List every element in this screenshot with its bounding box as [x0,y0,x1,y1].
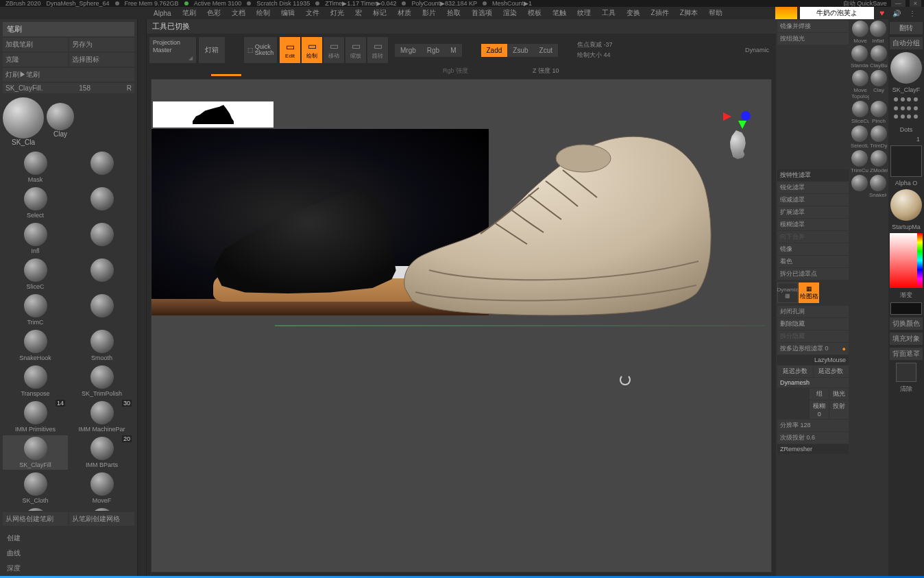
quick-brush[interactable]: Move [852,21,868,44]
brush-item[interactable]: IMM MachinePar30 [69,400,134,434]
menu-item[interactable]: 帮助 [706,7,725,19]
zremesher-header[interactable]: ZRemesher [777,444,849,454]
menu-item[interactable]: 笔刷 [180,7,199,19]
menu-item[interactable]: Alpha [151,8,174,19]
quick-brush[interactable]: Pinch [871,101,887,124]
menu-item[interactable]: 变换 [624,7,643,19]
menu-item[interactable]: 纹理 [574,7,594,19]
brush-item[interactable]: IMM BParts20 [69,435,134,470]
brush-item[interactable]: Mask [3,150,68,184]
material-preview[interactable] [890,189,922,221]
brush-item[interactable] [69,186,134,220]
load-brush-button[interactable]: 加载笔刷 [3,38,68,51]
menu-item[interactable]: 灯光 [328,7,347,19]
mirror-weld[interactable]: 镜像并焊接 [777,21,849,32]
clay-brush-icon[interactable] [47,103,74,130]
brush-item[interactable]: IMM Primitives14 [3,400,68,434]
camera-head-icon[interactable] [723,130,752,159]
brush-path[interactable]: 灯刷▶笔刷 [3,68,134,82]
quick-brush[interactable]: Move Topological [851,70,869,99]
dynamic-compare-button[interactable]: Dynamic▦Dynamic 比对 [777,282,798,303]
menu-item[interactable]: 影片 [420,7,439,19]
dynamesh-header[interactable]: Dynamesh [777,378,849,387]
polish-group[interactable]: 按组抛光 [777,33,849,45]
quick-brush[interactable]: ZModeler [870,150,888,173]
brush-item[interactable]: SnakeHook [3,328,68,363]
quick-brush[interactable]: ClayBuildup [870,45,888,69]
menu-item[interactable]: 文档 [229,7,248,19]
mode-路转-button[interactable]: ▭路转 [367,37,388,63]
subproject-slider[interactable]: 次级投射 0.6 [777,432,849,444]
menu-item[interactable]: Z脚本 [677,7,701,19]
draw-grid-button[interactable]: ▦绘图格 [799,282,819,303]
brush-item[interactable]: Select [3,186,68,220]
mode-edit-button[interactable]: ▭Edit [280,37,300,63]
select-icon-button[interactable]: 选择图标 [69,53,134,67]
menu-item[interactable]: 笔触 [550,7,569,19]
quick-brush[interactable]: Standard [851,45,868,69]
create-section[interactable]: 创建 [3,531,134,545]
mode-绘制-button[interactable]: ▭绘制 [302,37,322,63]
quick-brush[interactable]: Clay [871,70,887,99]
quick-brush[interactable]: Inflat [870,21,886,44]
brush-item[interactable]: Smooth [69,328,134,363]
brush-item[interactable]: DamStandard [69,507,134,511]
projection-master-button[interactable]: ProjectionMaster◢ [149,37,196,63]
m-button[interactable]: M [445,44,461,57]
stroke-dots-icon[interactable] [892,96,920,123]
menu-item[interactable]: 拾取 [444,7,463,19]
brush-item[interactable]: CurveTube [3,507,68,511]
quick-brush[interactable] [851,175,868,198]
viewport[interactable] [151,79,772,573]
divider[interactable] [137,19,147,578]
quick-brush[interactable]: TrimCurv [851,150,868,173]
menu-item[interactable]: 绘制 [254,7,273,19]
brush-item[interactable]: Infl [3,221,68,256]
menu-item[interactable]: 工具 [599,7,618,19]
clone-brush-button[interactable]: 克隆 [3,53,68,67]
polygroup-mask[interactable]: 按多边形组滤罩 0● [777,343,849,354]
close-button[interactable]: × [910,0,921,7]
brush-item[interactable] [69,293,134,327]
quicksketch-button[interactable]: ⬚QuickSketch [244,37,277,63]
draw-size-label[interactable]: 绘制大小 44 [577,51,613,60]
menu-item[interactable]: 渲染 [500,7,520,19]
alpha-slot[interactable] [890,145,922,177]
from-mesh-button[interactable]: 从网格创建笔刷 [3,512,68,526]
rgb-button[interactable]: Rgb [422,44,445,57]
quick-brush[interactable]: SliceCurve [851,101,869,124]
brush-item[interactable]: SliceC [3,257,68,291]
reference-image[interactable] [151,129,489,315]
texture-slot[interactable] [896,363,916,382]
sound-icon[interactable]: 🔊 [890,8,903,19]
brush-item[interactable] [69,221,134,256]
quick-brush[interactable]: TrimDynamic [870,125,888,149]
minimize-button[interactable]: — [891,0,905,7]
quick-brush[interactable]: SelectLa [851,125,868,149]
curve-section[interactable]: 曲线 [3,546,134,560]
quick-brush[interactable]: SnakeHook [869,175,887,198]
menu-item[interactable]: 编辑 [278,7,297,19]
brush-item[interactable]: TrimC [3,293,68,327]
mrgb-button[interactable]: Mrgb [395,44,422,57]
zadd-button[interactable]: Zadd [481,44,508,57]
brush-item[interactable] [69,150,134,184]
dynamic-toggle[interactable]: Dynamic [745,47,769,53]
lazymouse-header[interactable]: LazyMouse [777,355,849,365]
menu-item[interactable]: 标记 [370,7,389,19]
more-icon[interactable]: ⋮ [906,8,919,19]
brush-current[interactable]: SK_ClayFill.158R [3,83,134,93]
lightbox-button[interactable]: 灯箱 [199,37,225,63]
reference-thumbnail[interactable] [153,101,273,128]
zcut-button[interactable]: Zcut [534,44,558,57]
active-brush-preview[interactable] [890,52,922,84]
menu-item[interactable]: 首选项 [469,7,495,19]
color-picker[interactable] [890,233,923,288]
zsub-button[interactable]: Zsub [507,44,533,57]
notification[interactable]: 牛奶の泡芙よ [800,7,874,19]
brush-item[interactable]: Transpose [3,364,68,398]
menu-item[interactable]: 宏 [352,7,365,19]
saveas-brush-button[interactable]: 另存为 [69,38,134,51]
resolution-slider[interactable]: 分辨率 128 [777,420,849,431]
brush-item[interactable] [69,257,134,291]
